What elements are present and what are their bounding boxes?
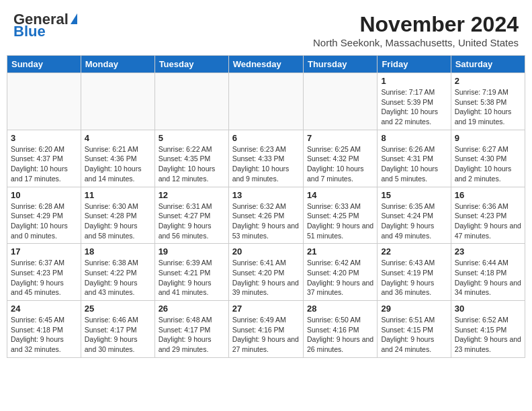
calendar-cell-w3d5: 14Sunrise: 6:33 AM Sunset: 4:25 PM Dayli… [303, 187, 377, 244]
title-area: November 2024 North Seekonk, Massachuset… [313, 12, 519, 48]
calendar-cell-w3d3: 12Sunrise: 6:31 AM Sunset: 4:27 PM Dayli… [154, 187, 228, 244]
day-number: 23 [455, 246, 521, 257]
day-info: Sunrise: 6:32 AM Sunset: 4:26 PM Dayligh… [232, 201, 300, 241]
day-info: Sunrise: 6:25 AM Sunset: 4:32 PM Dayligh… [307, 144, 373, 184]
calendar-cell-w2d7: 9Sunrise: 6:27 AM Sunset: 4:30 PM Daylig… [451, 130, 525, 187]
calendar-cell-w3d2: 11Sunrise: 6:30 AM Sunset: 4:28 PM Dayli… [81, 187, 154, 244]
day-info: Sunrise: 6:21 AM Sunset: 4:36 PM Dayligh… [85, 144, 151, 184]
day-info: Sunrise: 6:44 AM Sunset: 4:18 PM Dayligh… [455, 258, 521, 298]
day-number: 4 [85, 133, 151, 143]
day-number: 14 [307, 190, 373, 200]
calendar-header-saturday: Saturday [451, 56, 525, 73]
day-number: 11 [85, 190, 151, 200]
calendar-cell-w3d7: 16Sunrise: 6:36 AM Sunset: 4:23 PM Dayli… [451, 187, 525, 244]
day-info: Sunrise: 6:42 AM Sunset: 4:20 PM Dayligh… [307, 258, 373, 298]
calendar-cell-w5d5: 28Sunrise: 6:50 AM Sunset: 4:16 PM Dayli… [303, 301, 377, 358]
calendar-cell-w1d3 [154, 73, 228, 130]
calendar-cell-w5d2: 25Sunrise: 6:46 AM Sunset: 4:17 PM Dayli… [81, 301, 154, 358]
calendar-cell-w4d4: 20Sunrise: 6:41 AM Sunset: 4:20 PM Dayli… [228, 244, 303, 301]
day-info: Sunrise: 6:23 AM Sunset: 4:33 PM Dayligh… [232, 144, 300, 184]
day-info: Sunrise: 6:50 AM Sunset: 4:16 PM Dayligh… [307, 315, 373, 355]
day-info: Sunrise: 6:37 AM Sunset: 4:23 PM Dayligh… [11, 258, 77, 298]
calendar-week-5: 24Sunrise: 6:45 AM Sunset: 4:18 PM Dayli… [7, 301, 525, 358]
logo-icon [71, 13, 77, 24]
calendar-cell-w4d6: 22Sunrise: 6:43 AM Sunset: 4:19 PM Dayli… [378, 244, 451, 301]
calendar-cell-w1d2 [81, 73, 154, 130]
day-info: Sunrise: 6:28 AM Sunset: 4:29 PM Dayligh… [11, 201, 77, 241]
day-info: Sunrise: 6:30 AM Sunset: 4:28 PM Dayligh… [85, 201, 151, 241]
day-number: 15 [381, 190, 447, 200]
month-title: November 2024 [313, 12, 519, 37]
calendar-cell-w4d3: 19Sunrise: 6:39 AM Sunset: 4:21 PM Dayli… [154, 244, 228, 301]
day-number: 26 [159, 304, 225, 314]
calendar-header-tuesday: Tuesday [154, 56, 228, 73]
day-number: 1 [381, 76, 447, 86]
day-info: Sunrise: 6:48 AM Sunset: 4:17 PM Dayligh… [159, 315, 225, 355]
day-number: 22 [381, 246, 447, 257]
calendar-cell-w2d4: 6Sunrise: 6:23 AM Sunset: 4:33 PM Daylig… [228, 130, 303, 187]
calendar-cell-w1d6: 1Sunrise: 7:17 AM Sunset: 5:39 PM Daylig… [378, 73, 451, 130]
day-number: 13 [232, 190, 300, 200]
day-number: 18 [85, 246, 151, 257]
calendar-cell-w1d7: 2Sunrise: 7:19 AM Sunset: 5:38 PM Daylig… [451, 73, 525, 130]
calendar-cell-w2d2: 4Sunrise: 6:21 AM Sunset: 4:36 PM Daylig… [81, 130, 154, 187]
day-number: 25 [85, 304, 151, 314]
day-info: Sunrise: 6:41 AM Sunset: 4:20 PM Dayligh… [232, 258, 300, 298]
day-number: 21 [307, 246, 373, 257]
calendar-header-sunday: Sunday [7, 56, 81, 73]
day-info: Sunrise: 6:20 AM Sunset: 4:37 PM Dayligh… [11, 144, 77, 184]
calendar-cell-w2d5: 7Sunrise: 6:25 AM Sunset: 4:32 PM Daylig… [303, 130, 377, 187]
day-info: Sunrise: 6:31 AM Sunset: 4:27 PM Dayligh… [159, 201, 225, 241]
day-info: Sunrise: 6:35 AM Sunset: 4:24 PM Dayligh… [381, 201, 447, 241]
logo-blue: Blue [13, 24, 46, 39]
day-info: Sunrise: 7:19 AM Sunset: 5:38 PM Dayligh… [455, 87, 521, 127]
day-number: 30 [455, 304, 521, 314]
calendar-cell-w4d1: 17Sunrise: 6:37 AM Sunset: 4:23 PM Dayli… [7, 244, 81, 301]
day-info: Sunrise: 6:22 AM Sunset: 4:35 PM Dayligh… [159, 144, 225, 184]
day-info: Sunrise: 6:36 AM Sunset: 4:23 PM Dayligh… [455, 201, 521, 241]
day-number: 19 [159, 246, 225, 257]
day-info: Sunrise: 6:52 AM Sunset: 4:15 PM Dayligh… [455, 315, 521, 355]
calendar-cell-w5d4: 27Sunrise: 6:49 AM Sunset: 4:16 PM Dayli… [228, 301, 303, 358]
logo: General Blue [13, 12, 77, 39]
calendar-week-3: 10Sunrise: 6:28 AM Sunset: 4:29 PM Dayli… [7, 187, 525, 244]
day-number: 27 [232, 304, 300, 314]
day-info: Sunrise: 6:45 AM Sunset: 4:18 PM Dayligh… [11, 315, 77, 355]
day-number: 9 [455, 133, 521, 143]
calendar-header-wednesday: Wednesday [228, 56, 303, 73]
calendar-cell-w4d7: 23Sunrise: 6:44 AM Sunset: 4:18 PM Dayli… [451, 244, 525, 301]
day-number: 12 [159, 190, 225, 200]
calendar-cell-w3d1: 10Sunrise: 6:28 AM Sunset: 4:29 PM Dayli… [7, 187, 81, 244]
calendar-cell-w4d2: 18Sunrise: 6:38 AM Sunset: 4:22 PM Dayli… [81, 244, 154, 301]
calendar-week-2: 3Sunrise: 6:20 AM Sunset: 4:37 PM Daylig… [7, 130, 525, 187]
day-number: 24 [11, 304, 77, 314]
calendar-week-4: 17Sunrise: 6:37 AM Sunset: 4:23 PM Dayli… [7, 244, 525, 301]
day-info: Sunrise: 6:38 AM Sunset: 4:22 PM Dayligh… [85, 258, 151, 298]
day-number: 7 [307, 133, 373, 143]
day-number: 20 [232, 246, 300, 257]
calendar-header-monday: Monday [81, 56, 154, 73]
calendar-cell-w2d1: 3Sunrise: 6:20 AM Sunset: 4:37 PM Daylig… [7, 130, 81, 187]
calendar-cell-w3d4: 13Sunrise: 6:32 AM Sunset: 4:26 PM Dayli… [228, 187, 303, 244]
day-info: Sunrise: 6:46 AM Sunset: 4:17 PM Dayligh… [85, 315, 151, 355]
calendar-cell-w4d5: 21Sunrise: 6:42 AM Sunset: 4:20 PM Dayli… [303, 244, 377, 301]
day-info: Sunrise: 7:17 AM Sunset: 5:39 PM Dayligh… [381, 87, 447, 127]
calendar: SundayMondayTuesdayWednesdayThursdayFrid… [7, 55, 525, 358]
calendar-header-thursday: Thursday [303, 56, 377, 73]
day-number: 8 [381, 133, 447, 143]
day-info: Sunrise: 6:27 AM Sunset: 4:30 PM Dayligh… [455, 144, 521, 184]
day-number: 10 [11, 190, 77, 200]
day-number: 17 [11, 246, 77, 257]
day-number: 6 [232, 133, 300, 143]
header: General Blue November 2024 North Seekonk… [7, 7, 525, 51]
calendar-cell-w1d1 [7, 73, 81, 130]
day-info: Sunrise: 6:26 AM Sunset: 4:31 PM Dayligh… [381, 144, 447, 184]
calendar-cell-w2d6: 8Sunrise: 6:26 AM Sunset: 4:31 PM Daylig… [378, 130, 451, 187]
day-info: Sunrise: 6:43 AM Sunset: 4:19 PM Dayligh… [381, 258, 447, 298]
calendar-cell-w2d3: 5Sunrise: 6:22 AM Sunset: 4:35 PM Daylig… [154, 130, 228, 187]
calendar-cell-w3d6: 15Sunrise: 6:35 AM Sunset: 4:24 PM Dayli… [378, 187, 451, 244]
calendar-cell-w5d6: 29Sunrise: 6:51 AM Sunset: 4:15 PM Dayli… [378, 301, 451, 358]
calendar-cell-w1d4 [228, 73, 303, 130]
day-number: 3 [11, 133, 77, 143]
day-number: 29 [381, 304, 447, 314]
